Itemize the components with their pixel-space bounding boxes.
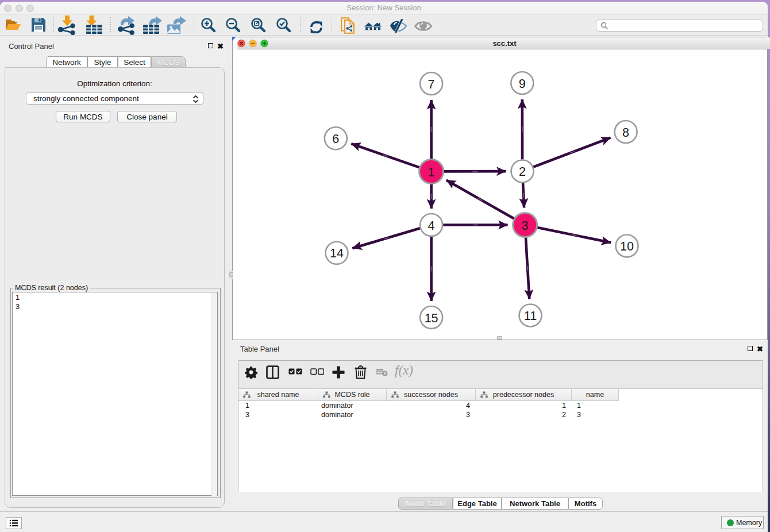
svg-text:6: 6 — [332, 132, 339, 146]
svg-text:9: 9 — [519, 77, 526, 91]
svg-text:2: 2 — [519, 165, 526, 179]
svg-text:3: 3 — [522, 219, 529, 233]
svg-text:14: 14 — [330, 246, 344, 260]
svg-text:15: 15 — [425, 311, 438, 325]
svg-text:11: 11 — [524, 309, 537, 323]
svg-text:8: 8 — [622, 126, 629, 140]
svg-text:1: 1 — [428, 165, 435, 179]
svg-text:7: 7 — [428, 78, 435, 91]
svg-text:4: 4 — [428, 219, 435, 233]
svg-text:10: 10 — [620, 240, 634, 253]
